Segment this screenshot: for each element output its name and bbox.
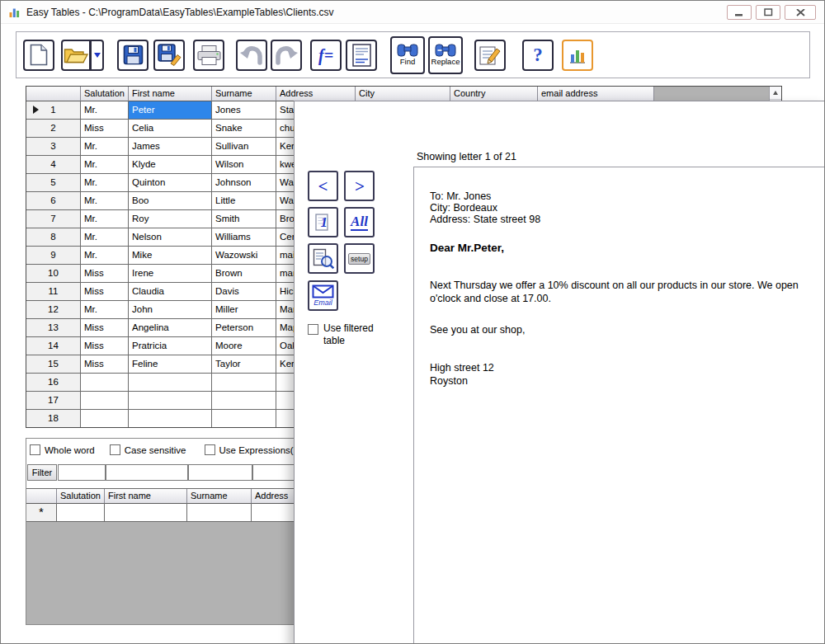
- cell-first-name[interactable]: Nelson: [129, 228, 212, 247]
- cell-salutation[interactable]: [81, 410, 129, 427]
- printer-setup-button[interactable]: setup: [344, 243, 375, 274]
- filter-column-header-surname[interactable]: Surname: [187, 489, 252, 504]
- column-header-email[interactable]: email address: [538, 87, 654, 101]
- scroll-up-button[interactable]: [770, 87, 781, 100]
- row-header[interactable]: 11: [26, 283, 81, 301]
- cell-surname[interactable]: Wazowski: [212, 247, 276, 265]
- row-header[interactable]: 6: [26, 192, 81, 210]
- cell-salutation[interactable]: Miss: [81, 319, 129, 337]
- cell-surname[interactable]: Miller: [212, 301, 276, 319]
- row-header[interactable]: 15: [26, 355, 81, 374]
- cell-first-name[interactable]: [129, 392, 212, 410]
- filter-input-surname[interactable]: [188, 464, 252, 481]
- expressions-checkbox[interactable]: [205, 444, 215, 455]
- next-letter-button[interactable]: >: [344, 171, 375, 201]
- cell-first-name[interactable]: Quinton: [129, 174, 212, 192]
- case-sensitive-checkbox[interactable]: [110, 444, 120, 455]
- row-header-corner[interactable]: [26, 87, 81, 101]
- cell-salutation[interactable]: Mr.: [81, 101, 129, 120]
- row-header[interactable]: 14: [26, 337, 81, 355]
- redo-button[interactable]: [271, 40, 302, 71]
- letter-template-button[interactable]: [346, 40, 377, 71]
- cell-first-name[interactable]: Celia: [129, 120, 212, 138]
- cell-first-name[interactable]: Klyde: [129, 156, 212, 174]
- filter-button[interactable]: Filter: [27, 464, 57, 481]
- cell-first-name[interactable]: Pratricia: [129, 337, 212, 355]
- cell-surname[interactable]: Brown: [212, 265, 276, 283]
- save-button[interactable]: [117, 40, 148, 71]
- column-header-country[interactable]: Country: [450, 87, 538, 101]
- row-header[interactable]: 17: [26, 392, 81, 410]
- open-file-button[interactable]: [61, 40, 91, 71]
- row-header[interactable]: 4: [26, 156, 81, 174]
- filter-column-header-salutation[interactable]: Salutation: [57, 489, 105, 504]
- row-header[interactable]: 8: [26, 228, 81, 247]
- print-one-letter-button[interactable]: 1: [308, 207, 338, 237]
- cell-surname[interactable]: Jones: [212, 101, 276, 120]
- column-header-salutation[interactable]: Salutation: [81, 87, 129, 101]
- column-header-first-name[interactable]: First name: [129, 87, 212, 101]
- cell-salutation[interactable]: Mr.: [81, 301, 129, 319]
- filter-row-header-corner[interactable]: [26, 489, 57, 504]
- cell-surname[interactable]: Peterson: [212, 319, 276, 337]
- column-header-surname[interactable]: Surname: [212, 87, 276, 101]
- row-header[interactable]: 16: [26, 374, 81, 392]
- cell-first-name[interactable]: Claudia: [129, 283, 212, 301]
- cell-salutation[interactable]: Miss: [81, 265, 129, 283]
- chart-button[interactable]: [562, 40, 593, 71]
- row-header[interactable]: 3: [26, 138, 81, 156]
- cell-first-name[interactable]: Boo: [129, 192, 212, 210]
- cell-salutation[interactable]: Mr.: [81, 138, 129, 156]
- cell-surname[interactable]: Sullivan: [212, 138, 276, 156]
- email-button[interactable]: Email: [308, 280, 338, 311]
- cell-salutation[interactable]: [81, 392, 129, 410]
- cell-first-name[interactable]: Angelina: [129, 319, 212, 337]
- filter-column-header-first-name[interactable]: First name: [105, 489, 187, 504]
- cell-salutation[interactable]: Mr.: [81, 174, 129, 192]
- minimize-button[interactable]: [727, 5, 752, 20]
- cell-first-name[interactable]: Peter: [129, 101, 212, 120]
- cell-salutation[interactable]: [81, 374, 129, 392]
- cell-first-name[interactable]: John: [129, 301, 212, 319]
- filter-input-salutation[interactable]: [58, 464, 106, 481]
- cell-first-name[interactable]: Feline: [129, 355, 212, 374]
- use-filtered-table-checkbox[interactable]: [308, 324, 318, 335]
- cell-salutation[interactable]: Miss: [81, 337, 129, 355]
- filter-new-row-header[interactable]: *: [26, 504, 57, 522]
- cell-surname[interactable]: Taylor: [212, 355, 276, 374]
- filter-input-first-name[interactable]: [106, 464, 188, 481]
- cell-salutation[interactable]: Miss: [81, 120, 129, 138]
- cell-first-name[interactable]: [129, 410, 212, 427]
- cell-salutation[interactable]: Miss: [81, 355, 129, 374]
- filter-cell-salutation[interactable]: [57, 504, 105, 522]
- formula-button[interactable]: f=: [310, 40, 342, 71]
- preview-letter-button[interactable]: [308, 243, 338, 274]
- cell-salutation[interactable]: Mr.: [81, 228, 129, 247]
- whole-word-checkbox[interactable]: [30, 444, 40, 455]
- previous-letter-button[interactable]: <: [308, 171, 338, 201]
- cell-surname[interactable]: [212, 392, 276, 410]
- cell-surname[interactable]: Moore: [212, 337, 276, 355]
- cell-surname[interactable]: Snake: [212, 120, 276, 138]
- cell-salutation[interactable]: Mr.: [81, 156, 129, 174]
- new-file-button[interactable]: [23, 40, 54, 71]
- cell-first-name[interactable]: [129, 374, 212, 392]
- cell-surname[interactable]: [212, 374, 276, 392]
- column-header-city[interactable]: City: [356, 87, 450, 101]
- open-dropdown-button[interactable]: [91, 40, 104, 71]
- close-button[interactable]: [785, 5, 816, 20]
- row-header[interactable]: 12: [26, 301, 81, 319]
- cell-surname[interactable]: Wilson: [212, 156, 276, 174]
- row-header[interactable]: 1: [26, 101, 81, 120]
- help-button[interactable]: ?: [522, 40, 554, 71]
- replace-button[interactable]: Replace: [428, 36, 463, 74]
- row-header[interactable]: 7: [26, 210, 81, 228]
- maximize-button[interactable]: [756, 5, 780, 20]
- cell-first-name[interactable]: Roy: [129, 210, 212, 228]
- edit-button[interactable]: [474, 40, 506, 71]
- row-header[interactable]: 9: [26, 247, 81, 265]
- row-header[interactable]: 13: [26, 319, 81, 337]
- filter-cell-surname[interactable]: [187, 504, 252, 522]
- cell-surname[interactable]: Davis: [212, 283, 276, 301]
- cell-surname[interactable]: Smith: [212, 210, 276, 228]
